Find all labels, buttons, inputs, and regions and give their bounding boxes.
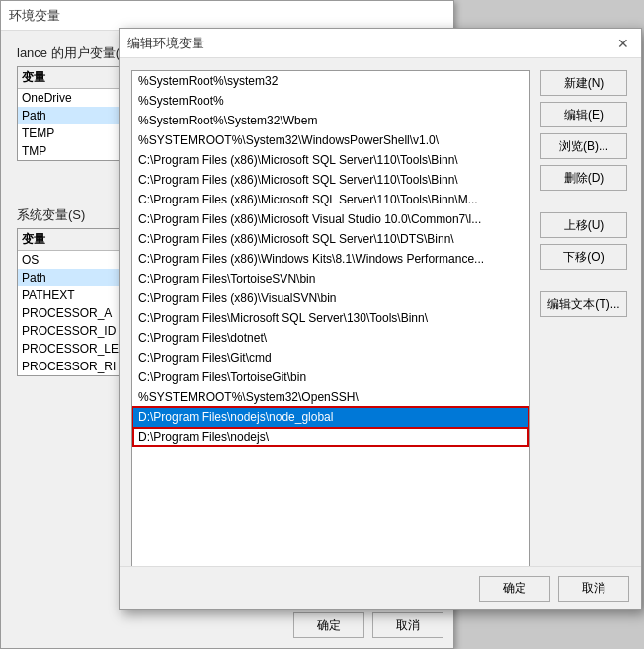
path-list-item[interactable]: C:\Program Files (x86)\Microsoft SQL Ser… [132, 190, 529, 209]
dialog-ok-button[interactable]: 确定 [479, 576, 550, 602]
path-list-item[interactable]: C:\Program Files\dotnet\ [132, 328, 529, 348]
edit-text-button[interactable]: 编辑文本(T)... [540, 291, 627, 317]
path-listbox[interactable]: %SystemRoot%\system32%SystemRoot%%System… [131, 70, 530, 598]
edit-env-var-dialog: 编辑环境变量 ✕ %SystemRoot%\system32%SystemRoo… [119, 28, 642, 610]
path-list-item[interactable]: C:\Program Files (x86)\Microsoft Visual … [132, 209, 529, 229]
delete-button[interactable]: 删除(D) [540, 165, 627, 191]
dialog-titlebar: 编辑环境变量 ✕ [120, 29, 641, 58]
path-list-item[interactable]: C:\Program Files (x86)\Microsoft SQL Ser… [132, 229, 529, 249]
path-list-item[interactable]: C:\Program Files (x86)\Microsoft SQL Ser… [132, 150, 529, 170]
dialog-body: %SystemRoot%\system32%SystemRoot%%System… [120, 58, 641, 609]
path-list-item[interactable]: C:\Program Files\Microsoft SQL Server\13… [132, 308, 529, 328]
edit-button[interactable]: 编辑(E) [540, 102, 627, 127]
move-up-button[interactable]: 上移(U) [540, 212, 627, 238]
user-col-var: 变量 [22, 69, 121, 86]
path-list-item[interactable]: C:\Program Files\TortoiseSVN\bin [132, 269, 529, 288]
new-button[interactable]: 新建(N) [540, 70, 627, 96]
path-list-item[interactable]: %SYSTEMROOT%\System32\OpenSSH\ [132, 387, 529, 407]
path-list-item[interactable]: C:\Program Files (x86)\VisualSVN\bin [132, 288, 529, 308]
path-list-item[interactable]: C:\Program Files\TortoiseGit\bin [132, 367, 529, 387]
move-down-button[interactable]: 下移(O) [540, 244, 627, 270]
highlighted-path-group: D:\Program Files\nodejs\node_globalD:\Pr… [132, 407, 529, 446]
path-list-item[interactable]: D:\Program Files\nodejs\node_global [132, 407, 529, 427]
button-panel: 新建(N) 编辑(E) 浏览(B)... 删除(D) 上移(U) 下移(O) 编… [540, 70, 629, 598]
path-list-item[interactable]: C:\Program Files\Git\cmd [132, 348, 529, 367]
browse-button[interactable]: 浏览(B)... [540, 133, 627, 159]
path-list-item[interactable]: %SystemRoot%\System32\Wbem [132, 111, 529, 130]
dialog-cancel-button[interactable]: 取消 [558, 576, 629, 602]
path-list-item[interactable]: C:\Program Files (x86)\Windows Kits\8.1\… [132, 249, 529, 269]
bg-ok-button[interactable]: 确定 [293, 612, 364, 638]
path-list-item[interactable]: %SystemRoot%\system32 [132, 71, 529, 91]
path-list-item[interactable]: C:\Program Files (x86)\Microsoft SQL Ser… [132, 170, 529, 190]
bg-window-titlebar: 环境变量 [1, 1, 453, 31]
path-list-item[interactable]: D:\Program Files\nodejs\ [132, 427, 529, 446]
dialog-footer: 确定 取消 [120, 566, 641, 609]
dialog-title: 编辑环境变量 [127, 35, 204, 52]
bg-window-footer: 确定 取消 [293, 612, 443, 638]
bg-window-title: 环境变量 [9, 7, 60, 25]
dialog-close-button[interactable]: ✕ [613, 34, 633, 53]
path-list-area: %SystemRoot%\system32%SystemRoot%%System… [131, 70, 530, 598]
bg-cancel-button[interactable]: 取消 [372, 612, 443, 638]
path-list-item[interactable]: %SystemRoot% [132, 91, 529, 111]
path-list-item[interactable]: %SYSTEMROOT%\System32\WindowsPowerShell\… [132, 130, 529, 150]
